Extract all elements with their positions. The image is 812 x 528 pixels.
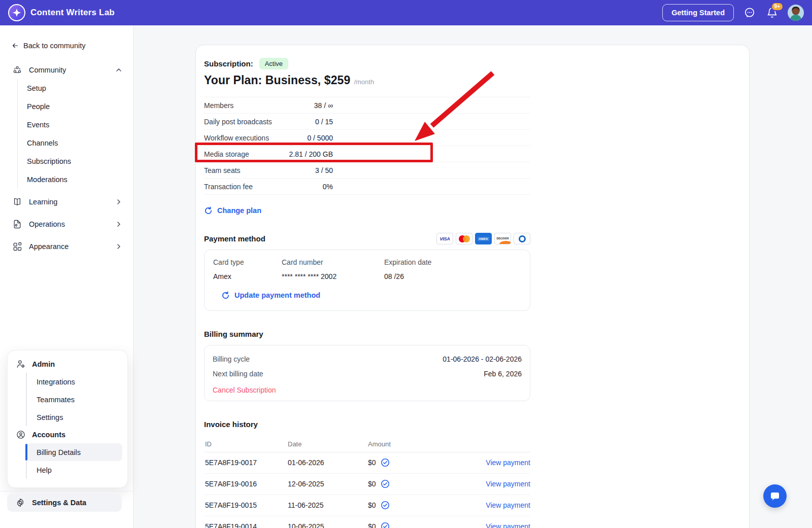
card-number-header: Card number bbox=[282, 256, 384, 268]
active-indicator-bar bbox=[25, 444, 27, 461]
billing-cycle-label: Billing cycle bbox=[213, 355, 250, 363]
invoice-row: 5E7A8F19-0015 11-06-2025 $0 View payment bbox=[204, 495, 530, 516]
plan-period: /month bbox=[354, 78, 374, 86]
rotate-icon bbox=[221, 291, 230, 300]
sidebar-subitem[interactable]: Subscriptions bbox=[17, 152, 133, 170]
expiration-date-value: 08 /26 bbox=[384, 268, 530, 285]
invoice-amount: $0 bbox=[368, 501, 376, 509]
view-payment-link[interactable]: View payment bbox=[486, 480, 530, 488]
amex-icon: AMEX bbox=[475, 233, 492, 244]
community-logo-icon[interactable] bbox=[8, 4, 25, 21]
visa-icon: VISA bbox=[436, 233, 453, 244]
sidebar-subitem[interactable]: People bbox=[17, 97, 133, 116]
invoice-id: 5E7A8F19-0016 bbox=[205, 480, 257, 488]
paid-check-icon bbox=[381, 501, 390, 510]
sidebar-item-community[interactable]: Community bbox=[0, 61, 133, 79]
column-id: ID bbox=[205, 440, 212, 448]
plan-title: Your Plan: Business, $259 bbox=[204, 74, 350, 87]
sidebar-subitem[interactable]: Integrations bbox=[26, 373, 127, 391]
invoice-date: 11-06-2025 bbox=[288, 501, 324, 509]
diners-club-icon bbox=[514, 233, 530, 244]
invoice-date: 01-06-2026 bbox=[288, 459, 324, 467]
plan-limit-row: Workflow executions 0 / 5000 bbox=[204, 130, 530, 146]
sidebar-subitem-billing-details[interactable]: Billing Details bbox=[26, 443, 122, 461]
community-icon bbox=[12, 65, 22, 75]
invoice-amount: $0 bbox=[368, 480, 376, 488]
view-payment-link[interactable]: View payment bbox=[486, 501, 530, 509]
sidebar-subitem[interactable]: Moderations bbox=[17, 170, 133, 189]
billing-card: Subscription: Active Your Plan: Business… bbox=[195, 45, 750, 528]
sidebar-subitem-help[interactable]: Help bbox=[26, 461, 127, 479]
payment-method-box: Card type Card number Expiration date Am… bbox=[204, 250, 530, 311]
plan-limit-row: Members 38 / ∞ bbox=[204, 97, 530, 114]
chat-widget-button[interactable] bbox=[763, 484, 787, 508]
invoice-id: 5E7A8F19-0015 bbox=[205, 501, 257, 509]
expiration-date-header: Expiration date bbox=[384, 256, 530, 268]
chevron-right-icon bbox=[116, 221, 122, 227]
billing-summary-box: Billing cycle 01-06-2026 - 02-06-2026 Ne… bbox=[204, 345, 530, 401]
invoice-row: 5E7A8F19-0014 10-06-2025 $0 View payment bbox=[204, 516, 530, 528]
account-circle-icon bbox=[16, 430, 26, 440]
column-date: Date bbox=[288, 440, 301, 448]
chevron-right-icon bbox=[116, 199, 122, 205]
sidebar-item-settings-data[interactable]: Settings & Data bbox=[7, 494, 122, 512]
invoice-id: 5E7A8F19-0014 bbox=[205, 522, 257, 528]
invoice-date: 12-06-2025 bbox=[288, 480, 324, 488]
sidebar-subitem[interactable]: Settings bbox=[26, 408, 127, 426]
plan-limits-list: Members 38 / ∞ Daily post broadcasts 0 /… bbox=[204, 97, 530, 195]
chat-bubble-icon bbox=[769, 490, 781, 502]
sidebar-item-accounts[interactable]: Accounts bbox=[8, 426, 127, 443]
paid-check-icon bbox=[381, 458, 390, 467]
view-payment-link[interactable]: View payment bbox=[486, 459, 530, 467]
card-number-value: **** **** **** 2002 bbox=[282, 268, 384, 285]
billing-cycle-value: 01-06-2026 - 02-06-2026 bbox=[443, 355, 522, 363]
back-arrow-icon bbox=[12, 43, 18, 49]
invoice-id: 5E7A8F19-0017 bbox=[205, 459, 257, 467]
sidebar-subitem[interactable]: Setup bbox=[17, 79, 133, 97]
sidebar-subitem[interactable]: Channels bbox=[17, 134, 133, 152]
getting-started-button[interactable]: Getting Started bbox=[662, 4, 734, 21]
top-header: Content Writers Lab Getting Started 9+ bbox=[0, 0, 812, 25]
messages-icon[interactable] bbox=[743, 6, 756, 19]
invoice-date: 10-06-2025 bbox=[288, 522, 324, 528]
next-billing-date-label: Next billing date bbox=[213, 370, 263, 378]
next-billing-date-value: Feb 6, 2026 bbox=[484, 370, 522, 378]
invoice-table-header: ID Date Amount bbox=[204, 437, 530, 452]
plan-limit-row: Team seats 3 / 50 bbox=[204, 162, 530, 179]
chevron-right-icon bbox=[116, 243, 122, 250]
change-plan-link[interactable]: Change plan bbox=[204, 205, 530, 216]
notifications-bell-icon[interactable]: 9+ bbox=[765, 6, 779, 19]
cancel-subscription-link[interactable]: Cancel Subscription bbox=[213, 383, 522, 397]
gear-icon bbox=[15, 498, 25, 508]
sidebar-item-appearance[interactable]: Appearance bbox=[0, 237, 133, 256]
back-to-community-link[interactable]: Back to community bbox=[12, 42, 133, 50]
invoice-history-table: ID Date Amount 5E7A8F19-0017 01-06-2026 … bbox=[204, 437, 530, 528]
status-badge-active: Active bbox=[259, 58, 288, 69]
sidebar-subitem[interactable]: Teammates bbox=[26, 391, 127, 408]
workflow-document-icon bbox=[12, 219, 22, 229]
plan-limit-row: Media storage 2.81 / 200 GB bbox=[204, 146, 530, 162]
sidebar-item-admin[interactable]: Admin bbox=[8, 356, 127, 373]
layout-grid-icon bbox=[12, 241, 22, 252]
card-brand-icons: VISA AMEX DISCOVER bbox=[436, 233, 530, 244]
mastercard-icon bbox=[456, 233, 472, 244]
chevron-up-icon bbox=[116, 67, 122, 73]
card-type-value: Amex bbox=[213, 268, 282, 285]
discover-icon: DISCOVER bbox=[494, 233, 511, 244]
sidebar-item-learning[interactable]: Learning bbox=[0, 193, 133, 211]
app-title: Content Writers Lab bbox=[30, 8, 115, 18]
view-payment-link[interactable]: View payment bbox=[486, 522, 530, 528]
update-payment-method-link[interactable]: Update payment method bbox=[221, 290, 530, 301]
user-avatar[interactable] bbox=[788, 5, 804, 21]
notification-badge: 9+ bbox=[771, 2, 784, 11]
card-type-header: Card type bbox=[213, 256, 282, 268]
plan-limit-row: Daily post broadcasts 0 / 15 bbox=[204, 114, 530, 130]
invoice-row: 5E7A8F19-0017 01-06-2026 $0 View payment bbox=[204, 452, 530, 474]
admin-sidebar: Back to community Community SetupPeopleE… bbox=[0, 25, 133, 528]
subscription-label: Subscription: bbox=[204, 59, 253, 68]
plan-limit-row: Transaction fee 0% bbox=[204, 179, 530, 195]
sidebar-item-operations[interactable]: Operations bbox=[0, 215, 133, 233]
invoice-amount: $0 bbox=[368, 522, 376, 528]
sidebar-subitem[interactable]: Events bbox=[17, 116, 133, 134]
book-icon bbox=[12, 197, 22, 207]
